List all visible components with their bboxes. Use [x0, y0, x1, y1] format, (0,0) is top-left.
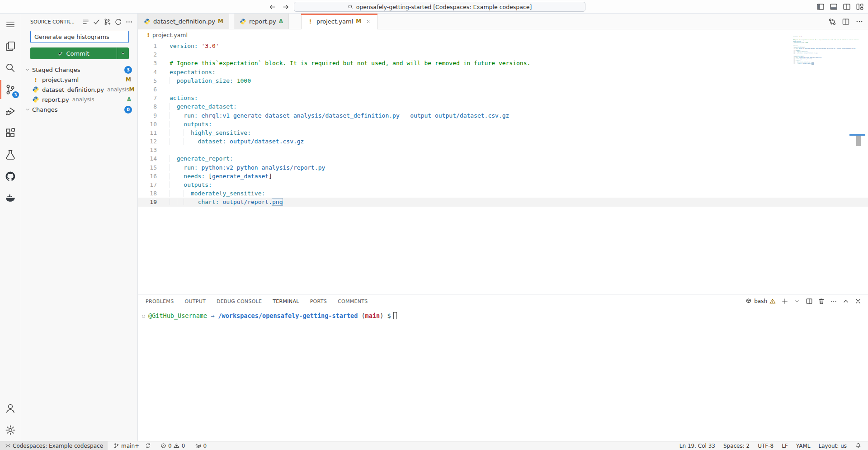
status-indentation[interactable]: Spaces: 2 — [719, 441, 754, 450]
activity-item-github[interactable] — [0, 166, 21, 187]
terminal[interactable]: @GitHub_Username → /workspaces/opensafel… — [138, 308, 868, 320]
scm-file-row[interactable]: !project.yamlM — [21, 75, 137, 85]
code-line-1[interactable]: 1version: '3.0' — [138, 42, 868, 50]
git-branch-icon — [113, 443, 119, 449]
refresh-icon[interactable] — [114, 18, 122, 26]
scm-file-row[interactable]: dataset_definition.pyanalysisM — [21, 85, 137, 95]
more-actions-icon[interactable] — [830, 298, 837, 305]
code-line-7[interactable]: 7actions: — [138, 94, 868, 102]
file-folder: analysis — [72, 96, 94, 103]
activity-item-search[interactable] — [0, 57, 21, 79]
commit-check-icon[interactable] — [93, 18, 100, 26]
code-line-6[interactable]: 6 — [138, 85, 868, 94]
scm-section-changes[interactable]: Changes0 — [21, 104, 137, 114]
activity-item-testing[interactable] — [0, 144, 21, 166]
code-line-9[interactable]: 9 run: ehrql:v1 generate-dataset analysi… — [138, 111, 868, 120]
errors-icon — [160, 443, 166, 449]
status-notifications[interactable] — [851, 441, 865, 450]
panel-tab-comments[interactable]: COMMENTS — [338, 294, 368, 308]
kill-terminal-icon[interactable] — [818, 298, 825, 305]
code-editor[interactable]: 1version: '3.0'23# Ignore this`expectati… — [138, 41, 868, 207]
code-line-18[interactable]: 18 moderately_sensitive: — [138, 189, 868, 198]
code-line-17[interactable]: 17 outputs: — [138, 180, 868, 189]
code-line-10[interactable]: 10 outputs: — [138, 120, 868, 128]
status-language[interactable]: YAML — [792, 441, 815, 450]
line-number: 16 — [138, 172, 170, 180]
activity-item-explorer[interactable] — [0, 35, 21, 57]
command-center-search[interactable]: opensafely-getting-started [Codespaces: … — [294, 2, 585, 12]
commit-dropdown-button[interactable] — [117, 47, 129, 59]
activity-item-docker[interactable] — [0, 187, 21, 209]
code-line-14[interactable]: 14 generate_report: — [138, 154, 868, 163]
code-line-15[interactable]: 15 run: python:v2 python analysis/report… — [138, 163, 868, 172]
editor-tab-project.yaml[interactable]: !project.yamlM — [301, 14, 377, 29]
sync-status-item[interactable] — [142, 441, 154, 450]
code-line-4[interactable]: 4expectations: — [138, 68, 868, 76]
status-encoding[interactable]: UTF-8 — [754, 441, 778, 450]
commit-message-input[interactable] — [30, 31, 129, 43]
code-line-8[interactable]: 8 generate_dataset: — [138, 102, 868, 111]
status-keyboard-layout[interactable]: Layout: us — [814, 441, 851, 450]
more-actions-icon[interactable] — [855, 18, 863, 26]
breadcrumb[interactable]: ! project.yaml — [138, 29, 868, 41]
minimap[interactable]: version: '3.0' # Ignore this`expectation… — [793, 36, 860, 65]
file-folder: analysis — [107, 86, 129, 93]
split-terminal-icon[interactable] — [806, 298, 813, 305]
activity-item-extensions[interactable] — [0, 122, 21, 144]
panel-tab-debug-console[interactable]: DEBUG CONSOLE — [217, 294, 262, 308]
tab-git-status: A — [279, 18, 283, 24]
code-line-19[interactable]: 19 chart: output/report.png — [138, 198, 868, 206]
panel-tab-ports[interactable]: PORTS — [310, 294, 327, 308]
overview-ruler-slider[interactable] — [856, 136, 861, 146]
terminal-shell-selector[interactable]: bash — [745, 298, 776, 305]
git-status-letter: A — [127, 96, 131, 103]
toggle-primary-sidebar-icon[interactable] — [816, 2, 825, 11]
code-line-3[interactable]: 3# Ignore this`expectation` block. It is… — [138, 59, 868, 67]
section-count-badge: 0 — [124, 106, 132, 114]
commit-button[interactable]: Commit — [30, 47, 129, 59]
tab-git-status: M — [356, 18, 361, 24]
new-terminal-icon[interactable] — [781, 298, 788, 305]
close-panel-icon[interactable] — [854, 298, 862, 305]
activity-item-menu[interactable] — [0, 14, 21, 35]
tab-close-icon[interactable] — [365, 18, 372, 25]
create-branch-icon[interactable] — [104, 18, 111, 26]
panel-tab-output[interactable]: OUTPUT — [184, 294, 206, 308]
code-line-12[interactable]: 12 dataset: output/dataset.csv.gz — [138, 137, 868, 146]
shell-label: bash — [754, 298, 767, 304]
panel-tab-terminal[interactable]: TERMINAL — [273, 294, 299, 308]
maximize-panel-icon[interactable] — [842, 298, 849, 305]
code-line-5[interactable]: 5 population_size: 1000 — [138, 76, 868, 85]
activity-item-source-control[interactable]: 3 — [0, 79, 21, 100]
back-arrow-icon[interactable] — [268, 2, 277, 11]
open-changes-icon[interactable] — [828, 18, 836, 26]
toggle-panel-icon[interactable] — [829, 2, 838, 11]
split-editor-icon[interactable] — [842, 18, 850, 26]
activity-item-settings[interactable] — [0, 419, 21, 441]
panel-tab-problems[interactable]: PROBLEMS — [146, 294, 174, 308]
activity-item-accounts[interactable] — [0, 398, 21, 419]
forward-arrow-icon[interactable] — [281, 2, 290, 11]
more-actions-icon[interactable] — [125, 18, 133, 26]
toggle-secondary-sidebar-icon[interactable] — [842, 2, 851, 11]
branch-status-item[interactable]: main+ — [110, 441, 142, 450]
editor-tab-dataset_definition.py[interactable]: dataset_definition.pyM — [138, 14, 229, 29]
code-line-13[interactable]: 13 — [138, 146, 868, 154]
status-cursor-position[interactable]: Ln 19, Col 33 — [675, 441, 719, 450]
scm-section-staged-changes[interactable]: Staged Changes3 — [21, 65, 137, 75]
activity-item-run-debug[interactable] — [0, 100, 21, 122]
remote-indicator[interactable]: Codespaces: Example codespace — [0, 441, 108, 450]
ports-status-item[interactable]: 0 — [192, 441, 209, 450]
problems-status-item[interactable]: 0 0 — [157, 441, 188, 450]
scm-file-row[interactable]: report.pyanalysisA — [21, 95, 137, 104]
view-as-list-icon[interactable] — [82, 18, 90, 26]
code-line-16[interactable]: 16 needs: [generate_dataset] — [138, 172, 868, 180]
status-eol[interactable]: LF — [778, 441, 792, 450]
terminal-prompt-symbol: $ — [387, 312, 391, 319]
editor-tab-report.py[interactable]: report.pyA — [234, 14, 289, 29]
code-line-2[interactable]: 2 — [138, 50, 868, 59]
customize-layout-icon[interactable] — [855, 2, 864, 11]
code-line-11[interactable]: 11 highly_sensitive: — [138, 128, 868, 137]
indentation-label: Spaces: 2 — [723, 443, 750, 449]
terminal-dropdown-icon[interactable] — [793, 298, 801, 305]
